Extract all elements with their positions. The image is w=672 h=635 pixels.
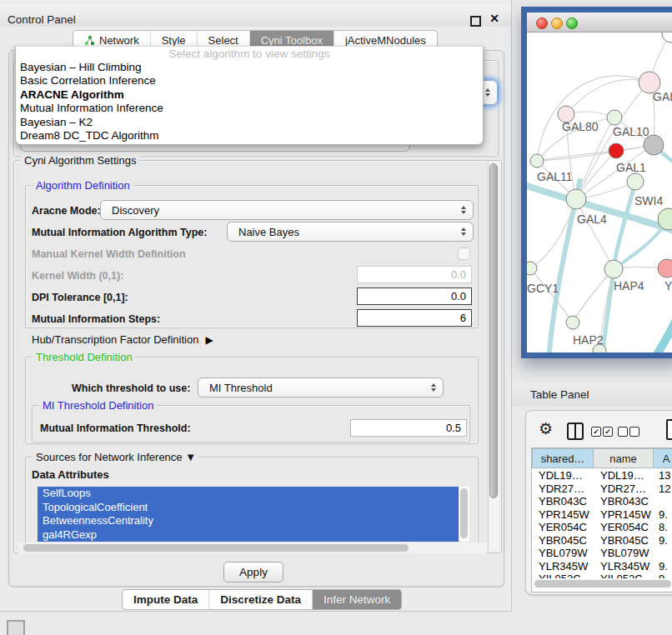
list-vscrollbar-thumb[interactable] bbox=[460, 488, 468, 538]
network-window-titlebar[interactable] bbox=[527, 12, 672, 32]
apply-button[interactable]: Apply bbox=[223, 562, 283, 582]
tab-discretize-data-label: Discretize Data bbox=[220, 593, 301, 606]
mi-steps-field[interactable]: 6 bbox=[357, 309, 472, 327]
unchecked-checkbox-icon[interactable] bbox=[629, 427, 639, 437]
close-traffic-light[interactable] bbox=[536, 18, 548, 29]
tab-infer-network[interactable]: Infer Network bbox=[312, 590, 401, 609]
list-item[interactable]: TopologicalCoefficient bbox=[38, 501, 459, 515]
dropdown-item-selected[interactable]: ARACNE Algorithm bbox=[16, 88, 483, 102]
settings-vscrollbar-thumb[interactable] bbox=[489, 163, 498, 498]
settings-group-title: Cyni Algorithm Settings bbox=[21, 154, 139, 167]
node-gal11[interactable] bbox=[530, 154, 544, 168]
mi-type-combo[interactable]: Naive Bayes bbox=[227, 222, 474, 242]
node-gcy1[interactable] bbox=[527, 262, 537, 275]
tab-select-label: Select bbox=[208, 34, 238, 47]
list-item[interactable]: gal4RGexp bbox=[38, 528, 459, 542]
threshold-definition-title: Threshold Definition bbox=[33, 351, 136, 363]
manual-kernel-label: Manual Kernel Width Definition bbox=[32, 248, 186, 260]
which-threshold-combo[interactable]: MI Threshold bbox=[198, 378, 444, 398]
edge[interactable] bbox=[537, 151, 616, 161]
table-panel-title: Table Panel bbox=[530, 388, 589, 401]
node[interactable] bbox=[662, 32, 672, 42]
collapse-down-icon[interactable]: ▼ bbox=[185, 451, 196, 463]
hub-definition-expander[interactable]: Hub/Transcription Factor Definition▶ bbox=[32, 333, 213, 346]
dropdown-item[interactable]: Mutual Information Inference bbox=[16, 102, 483, 115]
panel-title: Control Panel bbox=[8, 13, 76, 26]
node-gal1[interactable] bbox=[627, 173, 644, 190]
sources-title-text: Sources for Network Inference bbox=[36, 451, 183, 463]
tab-impute-data[interactable]: Impute Data bbox=[123, 590, 208, 609]
cell-name: YBR045C bbox=[600, 534, 649, 547]
mi-steps-label: Mutual Information Steps: bbox=[32, 313, 160, 325]
table-row[interactable]: YDR27… YDR27… 12 bbox=[532, 482, 672, 496]
cell-value: 13 bbox=[659, 469, 670, 482]
list-item[interactable]: SelfLoops bbox=[38, 487, 459, 501]
column-header-partial[interactable]: A bbox=[653, 448, 672, 468]
table-rows-viewport: YDL19… YDL19… 13 YDR27… YDR27… 12 YBR043… bbox=[532, 468, 672, 579]
unchecked-checkbox-icon[interactable] bbox=[618, 427, 628, 437]
mi-type-value: Naive Bayes bbox=[238, 226, 299, 238]
dropdown-item[interactable]: Bayesian – Hill Climbing bbox=[16, 61, 483, 74]
kernel-width-field[interactable]: 0.0 bbox=[357, 266, 472, 283]
cell-value: 9. bbox=[659, 534, 668, 547]
table-row[interactable]: YPR145W YPR145W 9. bbox=[532, 508, 672, 522]
combo-stepper-icon bbox=[461, 228, 466, 236]
dropdown-item[interactable]: Basic Correlation Inference bbox=[16, 74, 483, 88]
cell-shared-name: YBL079W bbox=[539, 547, 588, 559]
list-item[interactable]: BetweennessCentrality bbox=[38, 514, 459, 528]
table-row[interactable]: YBR043C YBR043C bbox=[532, 495, 672, 508]
dropdown-item[interactable]: Bayesian – K2 bbox=[16, 116, 483, 129]
node-label: GAL11 bbox=[537, 170, 573, 183]
cell-name: YPR145W bbox=[600, 508, 651, 521]
gear-icon[interactable]: ⚙ bbox=[539, 420, 553, 438]
node-red-selected[interactable] bbox=[609, 143, 624, 158]
minimize-traffic-light[interactable] bbox=[551, 18, 563, 29]
float-window-icon[interactable] bbox=[470, 16, 481, 27]
node-salmon[interactable] bbox=[658, 259, 672, 278]
tab-discretize-data[interactable]: Discretize Data bbox=[208, 590, 312, 609]
cell-name: YBR043C bbox=[600, 495, 649, 508]
edge[interactable] bbox=[649, 318, 672, 352]
table-hscrollbar-thumb[interactable] bbox=[534, 580, 671, 588]
tab-cyni-toolbox-label: Cyni Toolbox bbox=[261, 34, 323, 47]
table-row[interactable]: YDL19… YDL19… 13 bbox=[532, 469, 672, 482]
tab-network-label: Network bbox=[99, 34, 139, 47]
table-row[interactable]: YBR045C YBR045C 9. bbox=[532, 534, 672, 548]
checked-checkbox-icon[interactable]: ✓ bbox=[603, 427, 613, 437]
dropdown-item[interactable]: Dream8 DC_TDC Algorithm bbox=[16, 129, 483, 142]
hub-definition-label: Hub/Transcription Factor Definition bbox=[32, 333, 198, 346]
cell-name: YBL079W bbox=[600, 547, 649, 559]
columns-icon[interactable] bbox=[567, 422, 584, 440]
dpi-tolerance-field[interactable]: 0.0 bbox=[357, 288, 472, 305]
node-gal10[interactable] bbox=[607, 110, 622, 125]
cell-shared-name: YPR145W bbox=[539, 508, 589, 521]
node-hap4[interactable] bbox=[604, 260, 623, 278]
column-header-shared[interactable]: shared… bbox=[532, 448, 594, 468]
table-row[interactable]: YBL079W YBL079W bbox=[532, 547, 672, 560]
column-header-name[interactable]: name bbox=[593, 448, 654, 468]
zoom-traffic-light[interactable] bbox=[566, 18, 578, 29]
mi-threshold-field[interactable]: 0.5 bbox=[350, 419, 467, 437]
aracne-mode-combo[interactable]: Discovery bbox=[100, 200, 474, 220]
table-row[interactable]: YLR345W YLR345W 9. bbox=[532, 560, 672, 573]
checked-checkbox-icon[interactable]: ✓ bbox=[591, 427, 601, 437]
manual-kernel-checkbox[interactable] bbox=[458, 248, 470, 260]
settings-hscrollbar-thumb[interactable] bbox=[23, 544, 409, 552]
cell-shared-name: YBR045C bbox=[539, 534, 587, 547]
node-gal4[interactable] bbox=[566, 189, 586, 209]
tab-jactivemnodules-label: jActiveMNodules bbox=[345, 34, 426, 47]
network-icon bbox=[84, 35, 95, 46]
dock-panel-icon[interactable] bbox=[7, 620, 25, 635]
node-hap2[interactable] bbox=[566, 316, 579, 329]
document-icon[interactable] bbox=[666, 419, 672, 440]
network-view-window[interactable]: GAL GAL80 GAL10 GAL1 GAL11 SWI4 GAL4 GCY… bbox=[521, 7, 672, 358]
cell-shared-name: YLR345W bbox=[539, 560, 588, 572]
aracne-mode-value: Discovery bbox=[112, 204, 159, 217]
control-panel: Control Panel ✕ Network Style Select Cyn… bbox=[0, 0, 512, 612]
dpi-tolerance-value: 0.0 bbox=[451, 290, 466, 302]
node-label: GAL1 bbox=[616, 161, 646, 174]
network-canvas[interactable]: GAL GAL80 GAL10 GAL1 GAL11 SWI4 GAL4 GCY… bbox=[527, 32, 672, 352]
mi-steps-value: 6 bbox=[460, 312, 466, 324]
close-icon[interactable]: ✕ bbox=[489, 12, 499, 24]
table-row[interactable]: YER054C YER054C 8. bbox=[532, 521, 672, 534]
